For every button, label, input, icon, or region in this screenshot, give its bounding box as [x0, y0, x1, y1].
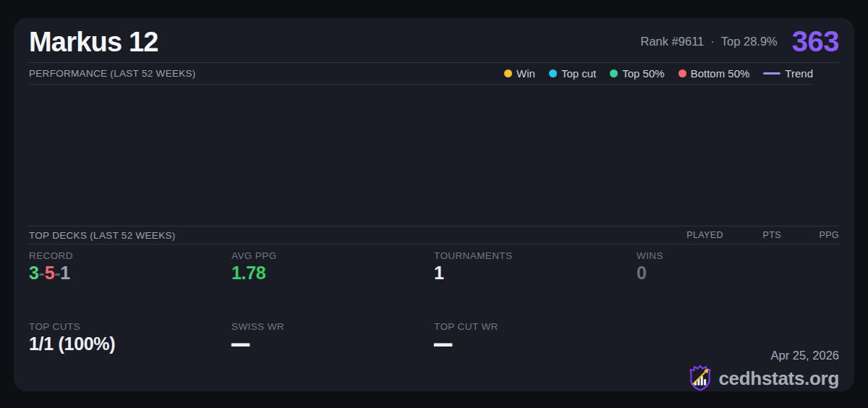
legend-item-win: Win: [504, 67, 535, 80]
performance-chart-area: [29, 85, 839, 226]
legend-label: Bottom 50%: [691, 67, 750, 80]
top-decks-section-title: TOP DECKS (LAST 52 WEEKS): [29, 230, 176, 241]
player-name: Markus 12: [29, 28, 158, 56]
swiss-wr-value: —: [231, 335, 434, 353]
bottom-50-dot-icon: [678, 69, 686, 77]
legend-item-top-50: Top 50%: [610, 67, 664, 80]
stat-label: TOP CUTS: [29, 321, 231, 332]
record-dash: -: [39, 263, 45, 283]
brand-name: cedhstats.org: [718, 369, 839, 388]
legend-label: Top cut: [561, 67, 596, 80]
stat-label: TOURNAMENTS: [434, 250, 637, 261]
record-value: 3-5-1: [29, 264, 231, 282]
stat-tournaments: TOURNAMENTS 1: [434, 250, 637, 321]
card-footer: Apr 25, 2026 cedhstats.org: [637, 321, 839, 392]
legend-item-bottom-50: Bottom 50%: [678, 67, 750, 80]
record-wins: 3: [29, 263, 39, 283]
stat-label: AVG PPG: [231, 250, 434, 261]
legend-item-top-cut: Top cut: [549, 67, 596, 80]
stat-record: RECORD 3-5-1: [29, 250, 231, 321]
score-value: 363: [792, 28, 839, 54]
column-header-played: PLAYED: [665, 230, 723, 240]
stat-swiss-wr: SWISS WR —: [231, 321, 434, 392]
performance-section-header: PERFORMANCE (LAST 52 WEEKS) Win Top cut …: [29, 63, 813, 85]
stat-label: RECORD: [29, 250, 231, 261]
top-cut-wr-value: —: [434, 335, 637, 353]
record-draws: 1: [60, 263, 70, 283]
column-header-ppg: PPG: [781, 230, 839, 240]
top-decks-column-headers: PLAYED PTS PPG: [665, 230, 839, 240]
rank-line: Rank #9611 · Top 28.9%: [641, 35, 778, 48]
stat-top-cuts: TOP CUTS 1/1 (100%): [29, 321, 231, 392]
stat-top-cut-wr: TOP CUT WR —: [434, 321, 637, 392]
shield-chart-icon: [688, 365, 712, 391]
card-date: Apr 25, 2026: [771, 349, 840, 362]
rank-summary: Rank #9611 · Top 28.9% 363: [641, 28, 840, 56]
stat-avg-ppg: AVG PPG 1.78: [231, 250, 434, 321]
rank-label: Rank #9611: [641, 35, 705, 48]
column-header-pts: PTS: [723, 230, 781, 240]
stat-label: WINS: [637, 250, 839, 261]
brand: cedhstats.org: [688, 365, 839, 391]
top-cuts-value: 1/1 (100%): [29, 335, 231, 353]
win-dot-icon: [504, 69, 512, 77]
legend-item-trend: Trend: [763, 67, 813, 80]
player-stats-card: Markus 12 Rank #9611 · Top 28.9% 363 PER…: [14, 18, 854, 391]
legend-label: Trend: [785, 67, 813, 80]
avg-ppg-value: 1.78: [231, 264, 434, 282]
stats-grid: RECORD 3-5-1 AVG PPG 1.78 TOURNAMENTS 1 …: [29, 245, 839, 391]
record-losses: 5: [45, 263, 55, 283]
rank-separator: ·: [710, 35, 715, 48]
stat-label: TOP CUT WR: [434, 321, 637, 332]
wins-value: 0: [637, 264, 839, 282]
chart-legend: Win Top cut Top 50% Bottom 50% Trend: [504, 67, 813, 80]
top-decks-section-header: TOP DECKS (LAST 52 WEEKS) PLAYED PTS PPG: [29, 226, 839, 245]
legend-label: Top 50%: [622, 67, 664, 80]
performance-section-title: PERFORMANCE (LAST 52 WEEKS): [29, 68, 196, 79]
top-50-dot-icon: [610, 69, 618, 77]
stat-label: SWISS WR: [231, 321, 434, 332]
tournaments-value: 1: [434, 264, 637, 282]
trend-line-icon: [763, 72, 780, 75]
top-percent-label: Top 28.9%: [721, 35, 778, 48]
legend-label: Win: [516, 67, 535, 80]
top-cut-dot-icon: [549, 69, 557, 77]
card-header: Markus 12 Rank #9611 · Top 28.9% 363: [29, 18, 839, 63]
stat-wins: WINS 0: [637, 250, 839, 321]
